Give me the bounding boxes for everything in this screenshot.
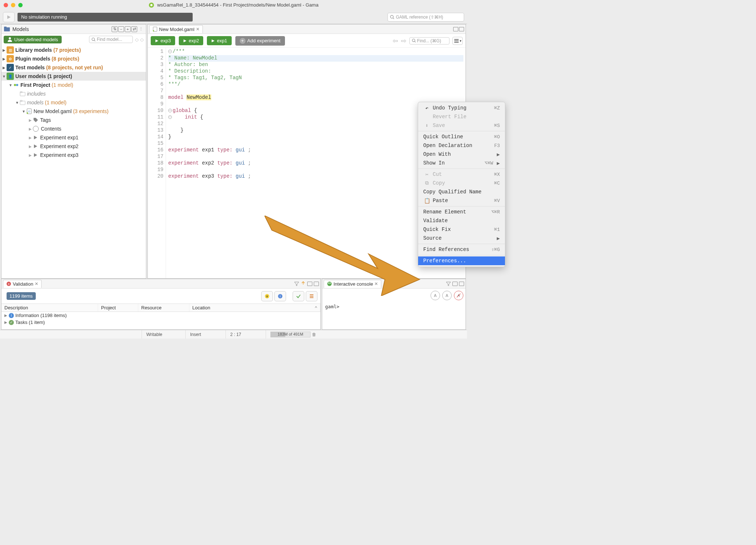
ctx-find-references[interactable]: Find References⇧⌘G (418, 245, 505, 254)
window-close-button[interactable] (4, 3, 8, 7)
find-model-input[interactable]: Find model... (89, 36, 133, 43)
maximize-view-button[interactable] (459, 27, 464, 31)
console-panel: Interactive console ✕ A A A gaml> (322, 279, 466, 330)
run-exp3-button[interactable]: exp3 (151, 36, 175, 45)
window-zoom-button[interactable] (18, 3, 23, 7)
svg-text:G: G (28, 110, 30, 113)
outline-button[interactable]: ▾ (452, 37, 463, 45)
svg-point-42 (327, 282, 332, 286)
gaml-reference-search[interactable]: GAML reference (⇧⌘H) (387, 13, 464, 22)
run-button[interactable] (3, 12, 15, 22)
tree-exp1[interactable]: ▶ Experiment exp1 (1, 133, 146, 142)
search-icon (92, 38, 96, 42)
ctx-source[interactable]: Source▶ (418, 234, 505, 243)
filter-icon[interactable] (294, 281, 299, 286)
run-exp1-button[interactable]: exp1 (207, 36, 231, 45)
user-defined-models-badge[interactable]: User-defined models (4, 36, 62, 43)
close-tab-icon[interactable]: ✕ (196, 27, 200, 32)
maximize-view-button[interactable] (314, 282, 319, 286)
code-editor[interactable]: 1234567891011121314151617181920 −/*** * … (148, 48, 466, 278)
col-description[interactable]: Description (1, 304, 98, 312)
add-experiment-button[interactable]: +Add experiment (235, 36, 285, 46)
ctx-copy-qualified-name[interactable]: Copy Qualified Name (418, 188, 505, 196)
tree-models-folder[interactable]: ▼ models (1 model) (1, 98, 146, 107)
ctx-rename[interactable]: Rename Element⌥⌘R (418, 208, 505, 216)
console-icon (327, 281, 332, 286)
export-icon[interactable] (301, 281, 306, 286)
svg-marker-2 (7, 15, 11, 19)
tree-group-test[interactable]: ▶ ✓ Test models (8 projects, not yet run… (1, 63, 146, 72)
ctx-paste[interactable]: 📋Paste⌘V (418, 196, 505, 205)
font-increase-button[interactable]: A (442, 291, 452, 300)
svg-point-27 (412, 39, 415, 42)
tree-model-file[interactable]: ▼ G New Model.gaml (3 experiments) (1, 107, 146, 116)
ctx-open-with[interactable]: Open With▶ (418, 150, 505, 159)
ctx-show-in[interactable]: Show In⌥⌘W▶ (418, 159, 505, 167)
ctx-quick-outline[interactable]: Quick Outline⌘O (418, 132, 505, 141)
nav-back-button[interactable]: ⇦ (393, 37, 398, 45)
svg-marker-21 (34, 153, 37, 157)
ctx-preferences[interactable]: Preferences... (418, 256, 505, 265)
info-filter-button[interactable]: i (274, 291, 286, 301)
ctx-quick-fix[interactable]: Quick Fix⌘1 (418, 225, 505, 234)
collapse-button[interactable]: − (118, 26, 124, 32)
editor-find-input[interactable]: Find... (⌘G) (409, 37, 450, 45)
search-icon (412, 39, 416, 43)
tree-group-user[interactable]: ▼ 👤 User models (1 project) (1, 72, 146, 81)
test-button[interactable] (306, 291, 317, 301)
window-minimize-button[interactable] (11, 3, 15, 7)
minimize-view-button[interactable] (452, 282, 458, 286)
project-icon (13, 82, 19, 88)
svg-line-4 (393, 18, 394, 19)
tree-exp3[interactable]: ▶ Experiment exp3 (1, 151, 146, 159)
task-icon: ✓ (9, 320, 14, 325)
font-decrease-button[interactable]: A (431, 291, 440, 300)
tree-project[interactable]: ▼ First Project (1 model) (1, 81, 146, 89)
console-tab[interactable]: Interactive console ✕ (324, 280, 381, 288)
validation-row-tasks[interactable]: ▶✓Tasks (1 item) (1, 319, 320, 326)
tree-group-plugin[interactable]: ▶ ✿ Plugin models (8 projects) (1, 54, 146, 63)
validation-tab[interactable]: x Validation ✕ (3, 280, 42, 288)
trash-icon[interactable]: 🗑 (312, 332, 316, 337)
ctx-validate[interactable]: Validate (418, 216, 505, 225)
clear-console-button[interactable]: A (454, 291, 463, 300)
run-exp2-button[interactable]: exp2 (179, 36, 203, 45)
status-heap[interactable]: 183M of 491M 🗑 (266, 330, 321, 339)
validate-button[interactable] (293, 291, 304, 301)
validation-table-header: Description Project Resource Location^ (1, 304, 320, 312)
col-location[interactable]: Location^ (189, 304, 320, 312)
col-resource[interactable]: Resource (138, 304, 189, 312)
maximize-view-button[interactable] (459, 282, 464, 286)
validation-row-info[interactable]: ▶iInformation (1198 items) (1, 312, 320, 319)
ctx-open-declaration[interactable]: Open DeclarationF3 (418, 141, 505, 150)
sort-button[interactable]: ⇅ (112, 26, 117, 32)
col-project[interactable]: Project (98, 304, 138, 312)
user-icon: 👤 (7, 73, 14, 80)
tree-includes[interactable]: includes (1, 89, 146, 98)
console-output[interactable]: gaml> (322, 302, 466, 329)
nav-arrows[interactable]: ◇ ◇ (135, 37, 144, 42)
tree-tags[interactable]: ▶ Tags (1, 116, 146, 124)
ctx-copy: ⧉Copy⌘C (418, 179, 505, 188)
nav-forward-button[interactable]: ⇨ (401, 37, 406, 45)
link-button[interactable]: ⇄ (131, 26, 137, 32)
svg-line-28 (414, 41, 416, 42)
tree-group-library[interactable]: ▶ ▥ Library models (7 projects) (1, 46, 146, 54)
svg-rect-5 (4, 27, 10, 31)
cut-icon: ✂ (423, 171, 431, 178)
svg-point-3 (390, 15, 393, 18)
ctx-save: ⬇Save⌘S (418, 121, 505, 130)
filter-icon[interactable] (446, 281, 451, 286)
minimize-view-button[interactable] (307, 282, 312, 286)
person-icon (7, 37, 12, 42)
minimize-view-button[interactable] (453, 27, 458, 31)
editor-tab[interactable]: New Model.gaml ✕ (149, 25, 203, 33)
warning-filter-button[interactable]: x (261, 291, 273, 301)
close-icon[interactable]: ✕ (35, 281, 38, 286)
ctx-undo[interactable]: ↶Undo Typing⌘Z (418, 104, 505, 112)
close-icon[interactable]: ✕ (374, 281, 378, 286)
tree-contents[interactable]: ▶ Contents (1, 124, 146, 133)
view-menu-button[interactable]: ⋮ (138, 26, 144, 32)
expand-button[interactable]: + (125, 26, 131, 32)
tree-exp2[interactable]: ▶ Experiment exp2 (1, 142, 146, 151)
